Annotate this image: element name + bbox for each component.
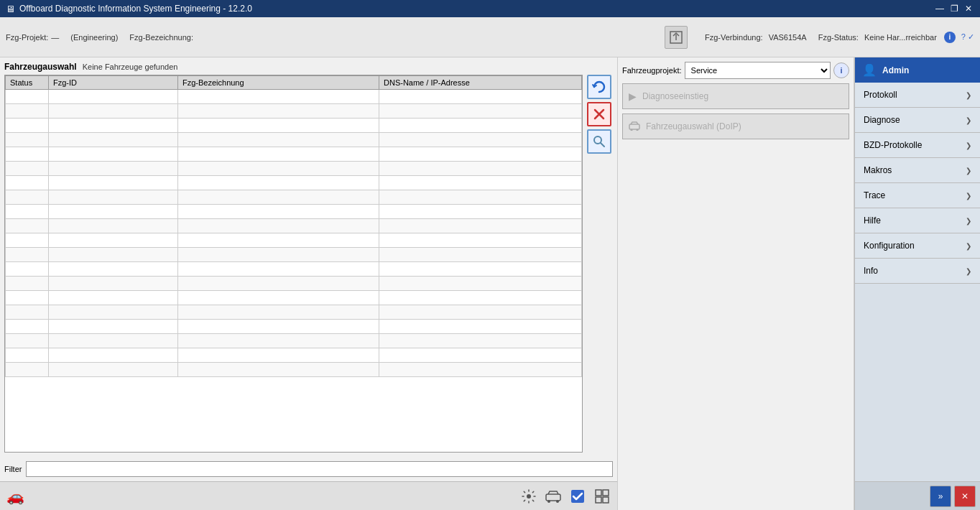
search-button[interactable] xyxy=(587,129,611,154)
app-container: Fzg-Projekt: — (Engineering) Fzg-Bezeich… xyxy=(0,17,980,510)
fzg-projekt-label: Fzg-Projekt: xyxy=(6,33,48,42)
filter-input[interactable] xyxy=(26,461,613,477)
sidebar-item-info[interactable]: Info ❯ xyxy=(855,259,980,284)
chevron-down-icon: ❯ xyxy=(966,116,971,124)
table-row xyxy=(6,219,582,233)
right-menu: Protokoll ❯ Diagnose ❯ BZD-Protokolle ❯ … xyxy=(855,83,980,284)
table-row xyxy=(6,334,582,348)
search-icon xyxy=(592,134,606,149)
sidebar-item-label: BZD-Protokolle xyxy=(864,140,922,150)
diagnose-label: Diagnoseeinstieg xyxy=(642,91,708,101)
cancel-button[interactable] xyxy=(587,102,611,126)
status-question-icon[interactable]: ? ✓ xyxy=(961,32,974,42)
sidebar-item-label: Makros xyxy=(864,165,892,175)
svg-point-8 xyxy=(547,500,550,503)
svg-rect-13 xyxy=(596,497,601,503)
stop-button[interactable]: ✕ xyxy=(954,486,976,507)
fzg-status-label: Fzg-Status: xyxy=(818,33,859,42)
admin-label: Admin xyxy=(882,65,909,75)
forward-button[interactable]: » xyxy=(930,486,951,507)
chevron-down-icon: ❯ xyxy=(966,217,971,225)
vehicle-icon[interactable] xyxy=(542,486,564,507)
vehicle-selection-label: Fahrzeugauswahl (DoIP) xyxy=(646,121,741,131)
admin-header: 👤 Admin xyxy=(855,57,980,83)
engineering-field: (Engineering) xyxy=(70,33,118,42)
sidebar-item-label: Protokoll xyxy=(864,90,897,100)
sidebar-item-makros[interactable]: Makros ❯ xyxy=(855,158,980,183)
table-row xyxy=(6,90,582,104)
sidebar-item-label: Info xyxy=(864,266,878,276)
right-bottom-toolbar: » ✕ xyxy=(855,481,980,510)
fzg-bezeichnung-field: Fzg-Bezeichnung: xyxy=(129,33,193,42)
vehicle-section: Fahrzeugauswahl Keine Fahrzeuge gefunden… xyxy=(0,57,617,457)
table-row xyxy=(6,348,582,363)
project-label: Fahrzeugprojekt: xyxy=(622,66,682,75)
car2-icon xyxy=(545,488,562,504)
chevron-down-icon: ❯ xyxy=(966,242,971,250)
car-icon: 🚗 xyxy=(4,486,26,507)
sidebar-item-diagnose[interactable]: Diagnose ❯ xyxy=(855,108,980,133)
sidebar-item-protokoll[interactable]: Protokoll ❯ xyxy=(855,83,980,108)
vehicle-table-container: Status Fzg-ID Fzg-Bezeichnung DNS-Name /… xyxy=(4,75,613,453)
filter-label: Filter xyxy=(4,465,22,473)
diagnose-button[interactable]: ▶ Diagnoseeinstieg xyxy=(622,83,849,109)
grid-icon[interactable] xyxy=(591,486,613,507)
col-fzgid: Fzg-ID xyxy=(49,76,178,90)
window-controls: — ❐ ✕ xyxy=(934,3,974,14)
table-header-row: Status Fzg-ID Fzg-Bezeichnung DNS-Name /… xyxy=(6,76,582,90)
settings-icon xyxy=(521,488,537,504)
header-icon-button[interactable] xyxy=(665,26,688,49)
vehicle-arrow-icon xyxy=(629,121,640,133)
x-icon xyxy=(593,108,606,121)
svg-rect-12 xyxy=(603,490,609,496)
fzg-status-field: Fzg-Status: Keine Har...rreichbar i ? ✓ xyxy=(818,32,974,43)
close-button[interactable]: ✕ xyxy=(963,3,974,14)
refresh-icon xyxy=(591,79,607,95)
vehicle-data-table: Status Fzg-ID Fzg-Bezeichnung DNS-Name /… xyxy=(5,75,582,377)
vehicle-header: Fahrzeugauswahl Keine Fahrzeuge gefunden xyxy=(4,62,613,72)
refresh-button[interactable] xyxy=(587,75,611,99)
table-row xyxy=(6,119,582,133)
fzg-verbindung-field: Fzg-Verbindung: VAS6154A xyxy=(705,33,807,42)
admin-user-icon: 👤 xyxy=(862,63,877,77)
chevron-down-icon: ❯ xyxy=(966,167,971,175)
project-info-button[interactable]: i xyxy=(833,62,849,78)
fzg-bezeichnung-label: Fzg-Bezeichnung: xyxy=(129,33,193,42)
table-row xyxy=(6,363,582,377)
table-row xyxy=(6,262,582,277)
project-select[interactable]: Service xyxy=(685,62,831,79)
svg-rect-14 xyxy=(603,497,609,503)
grid2-icon xyxy=(594,488,610,504)
table-row xyxy=(6,233,582,248)
wrench-icon[interactable] xyxy=(518,486,540,507)
sidebar-item-konfiguration[interactable]: Konfiguration ❯ xyxy=(855,233,980,259)
sidebar-item-trace[interactable]: Trace ❯ xyxy=(855,183,980,208)
table-row xyxy=(6,305,582,320)
sidebar-item-bzd[interactable]: BZD-Protokolle ❯ xyxy=(855,133,980,158)
table-row xyxy=(6,320,582,334)
svg-rect-15 xyxy=(629,124,639,129)
svg-point-6 xyxy=(527,494,531,499)
table-row xyxy=(6,133,582,147)
car3-icon xyxy=(629,121,640,131)
maximize-button[interactable]: ❐ xyxy=(948,3,960,14)
checkbox-icon[interactable] xyxy=(567,486,588,507)
vehicle-subtitle: Keine Fahrzeuge gefunden xyxy=(83,62,178,71)
sidebar-item-hilfe[interactable]: Hilfe ❯ xyxy=(855,208,980,233)
header-bar: Fzg-Projekt: — (Engineering) Fzg-Bezeich… xyxy=(0,17,980,57)
content-area: Fahrzeugauswahl Keine Fahrzeuge gefunden… xyxy=(0,57,980,510)
table-row xyxy=(6,147,582,162)
main-panel: Fahrzeugauswahl Keine Fahrzeuge gefunden… xyxy=(0,57,617,510)
chevron-down-icon: ❯ xyxy=(966,142,971,149)
table-row xyxy=(6,291,582,305)
filter-bar: Filter xyxy=(0,457,617,481)
fzg-status-value: Keine Har...rreichbar xyxy=(864,33,937,42)
forward-icon: » xyxy=(938,491,943,501)
chevron-down-icon: ❯ xyxy=(966,91,971,99)
app-logo-icon: 🖥 xyxy=(6,4,15,14)
vehicle-selection-button[interactable]: Fahrzeugauswahl (DoIP) xyxy=(622,113,849,139)
fzg-projekt-field: Fzg-Projekt: — xyxy=(6,33,59,42)
minimize-button[interactable]: — xyxy=(934,3,946,14)
fzg-projekt-value: — xyxy=(51,33,59,42)
status-info-icon[interactable]: i xyxy=(944,32,956,43)
